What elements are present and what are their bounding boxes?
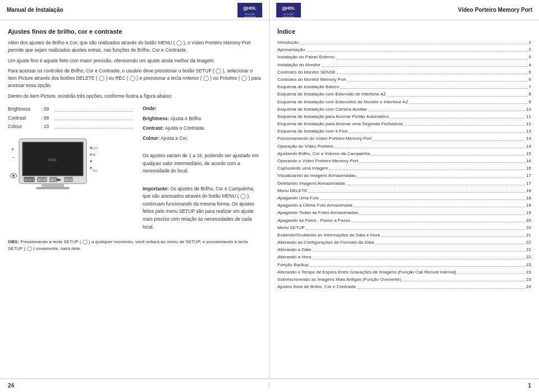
index-item-label: Operando o Vídeo Porteiro Memory Port	[277, 158, 358, 164]
index-item: Esquema de Instalação para Acionar Portã…	[277, 113, 531, 120]
index-item-label: Sobrescrevendo as Imagens Mais Antigas (…	[277, 276, 401, 282]
figure-area: Brightness : 09 Contrast : 08 Colour : 1…	[8, 105, 261, 233]
index-item-dots	[335, 148, 525, 148]
index-item-dots	[300, 44, 528, 44]
index-item-dots	[312, 251, 525, 252]
index-item: Ajustando Brilho, Cor e Volume da Campai…	[277, 151, 531, 157]
svg-text:|||HDL: |||HDL	[282, 6, 295, 11]
index-item-page: 22	[526, 254, 531, 260]
index-item-dots	[349, 133, 525, 133]
index-item-dots	[330, 170, 525, 170]
contrast-label: Contrast	[8, 114, 39, 122]
index-item-label: Função Backup	[277, 262, 309, 268]
index-item-page: 20	[526, 225, 531, 231]
index-item-dots	[306, 229, 525, 230]
contrast-row: Contrast : 08	[8, 114, 131, 122]
index-item-page: 6	[529, 76, 531, 83]
index-item-label: Menu SETUP	[277, 225, 305, 231]
index-item-dots	[458, 274, 525, 274]
index-item-dots	[312, 259, 525, 259]
brightness-dots	[54, 105, 131, 111]
index-item-label: Menu DELETE	[277, 188, 307, 194]
index-item-label: Apresentação	[277, 47, 305, 53]
top-bar: Manual de Instalação |||HDL Inovação Int…	[0, 0, 539, 20]
index-item-dots	[357, 288, 525, 289]
index-item-label: Alterando o Tempo de Espera Entre Gravaç…	[277, 269, 456, 275]
index-item-dots	[373, 140, 525, 141]
index-item-label: Exibindo/Ocultando as Informações de Dat…	[277, 232, 380, 238]
index-item-dots	[347, 81, 527, 81]
index-item: Esquema de Instalação com Extensão de In…	[277, 91, 531, 97]
svg-text:MENU: MENU	[65, 178, 73, 181]
left-section-title: Ajustes finos de brilho, cor e contraste	[8, 28, 261, 35]
index-item-page: 16	[526, 165, 531, 171]
index-item-label: Apagando Uma Foto	[277, 195, 319, 201]
index-item: Operando o Vídeo Porteiro Memory Port16	[277, 158, 531, 164]
svg-point-16	[12, 175, 15, 177]
svg-rect-11	[42, 184, 64, 187]
index-item-page: 10	[526, 106, 531, 112]
right-logo-area: |||HDL Inovação Inteligente	[276, 3, 301, 17]
index-item-label: Esquema de Instalação com Câmera Auxilia…	[277, 106, 367, 112]
index-item-label: Esquema de Instalação com 6 Fios	[277, 128, 348, 134]
left-panel: Ajustes finos de brilho, cor e contraste…	[0, 20, 270, 379]
index-item-dots	[381, 236, 525, 237]
index-item-page: 6	[529, 69, 531, 75]
index-item: Esquema de Instalação com Câmera Auxilia…	[277, 106, 531, 112]
onde-title: Onde:	[143, 105, 261, 113]
index-item: Instalação do Painel Externo3	[277, 54, 531, 60]
index-item-page: 17	[526, 172, 531, 179]
svg-text:|||HDL: |||HDL	[243, 6, 256, 11]
index-item: Exibindo/Ocultando as Informações de Dat…	[277, 232, 531, 238]
index-item: Apagando a Última Foto Armazenada19	[277, 202, 531, 208]
index-item-page: 2	[529, 47, 531, 53]
index-item: Deletando Imagens Armazenadas17	[277, 180, 531, 186]
index-item: Visualizando as Imagens Armazenadas17	[277, 172, 531, 179]
index-item-page: 15	[526, 151, 531, 157]
index-item-page: 17	[526, 180, 531, 186]
index-item-dots	[336, 59, 528, 60]
svg-text:⚙: ⚙	[93, 153, 95, 157]
index-item-dots	[337, 74, 528, 74]
index-item: Operação do Vídeo Porteiro14	[277, 143, 531, 149]
index-item-page: 14	[526, 135, 531, 142]
index-item-label: Esquema de Instalação para Acionar Portã…	[277, 113, 389, 120]
svg-text:Inteligente: Inteligente	[283, 16, 295, 17]
index-item-dots	[310, 266, 526, 267]
right-page-title: Vídeo Porteiro Memory Port	[458, 7, 532, 13]
colour-row: Colour : 10	[8, 122, 131, 131]
index-item-page: 23	[526, 269, 531, 275]
onde-brightness: Brightness: Ajusta o Brilho.	[143, 115, 261, 123]
hdl-logo-right: |||HDL Inovação Inteligente	[276, 3, 301, 17]
index-item-page: 14	[526, 143, 531, 149]
contrast-value: : 08	[41, 114, 52, 122]
brightness-row: Brightness : 09	[8, 105, 131, 113]
monitor-illustration: HDL + − DELETE	[8, 136, 98, 193]
svg-point-28	[90, 153, 92, 156]
index-item: Esquema de Instalação com 6 Fios13	[277, 128, 531, 134]
index-item: Alterando as Configurações de Formato da…	[277, 239, 531, 245]
svg-text:SETUP: SETUP	[38, 178, 47, 181]
brightness-label: Brightness	[8, 105, 39, 113]
right-panel: Índice Introdução2Apresentação2Instalaçã…	[270, 20, 539, 379]
index-item: Funcionamento do Vídeo Porteiro Memory P…	[277, 135, 531, 142]
colour-label: Colour	[8, 122, 39, 131]
svg-point-26	[90, 147, 92, 149]
onde-box: Onde: Brightness: Ajusta o Brilho. Contr…	[143, 105, 261, 233]
index-item-label: Apagando as Fotos - Passo a Passo	[277, 217, 350, 224]
index-item-page: 18	[526, 188, 531, 194]
index-item: Apagando Uma Foto18	[277, 195, 531, 201]
index-item-label: Controles do Monitor Memory Port	[277, 76, 346, 83]
index-item-label: Ajustes finos de Brilho, Cor e Contraste	[277, 284, 356, 290]
index-item-label: Introdução	[277, 39, 299, 45]
index-item-dots	[402, 281, 525, 281]
onde-contrast: Contrast: Ajusta o Contraste.	[143, 125, 261, 133]
index-title: Índice	[277, 28, 531, 35]
index-item: Esquema de Instalação com Extensões de M…	[277, 99, 531, 105]
index-item: Alterando o Tempo de Espera Entre Gravaç…	[277, 269, 531, 275]
index-item-dots	[359, 215, 525, 215]
index-item-dots	[387, 96, 527, 97]
index-item-page: 4	[529, 62, 531, 68]
index-item-label: Alterando a Hora	[277, 254, 311, 260]
top-left-header: Manual de Instalação |||HDL Inovação Int…	[0, 0, 270, 20]
